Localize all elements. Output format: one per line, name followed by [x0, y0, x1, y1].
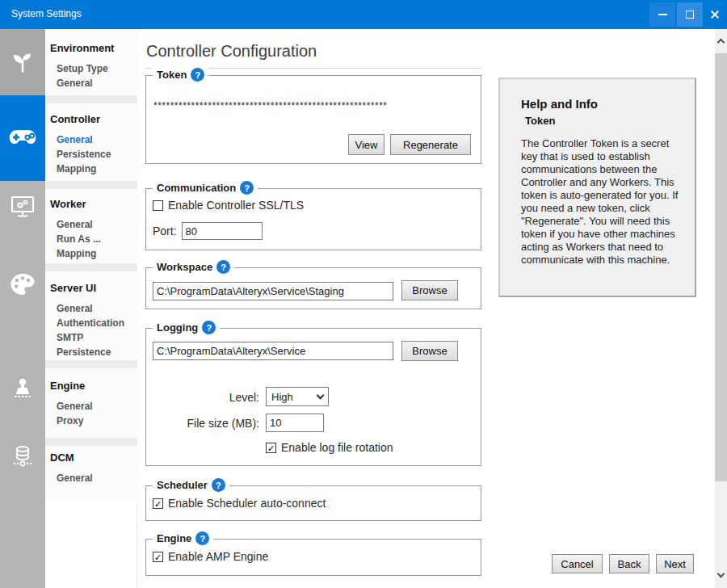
sidebar-item-controller-mapping[interactable]: Mapping	[57, 162, 137, 176]
cancel-button[interactable]: Cancel	[552, 554, 603, 573]
sidebar-item-server-ui-general[interactable]: General	[57, 301, 137, 316]
sidebar-item-worker-mapping[interactable]: Mapping	[57, 246, 137, 261]
communication-legend-label: Communication	[157, 182, 236, 194]
file-size-input[interactable]	[266, 414, 324, 432]
sidebar-section-dcm: DCM General	[45, 446, 137, 502]
sidebar-item-worker-general[interactable]: General	[57, 217, 137, 232]
logging-group: Logging ? Browse Level: High File size (…	[145, 328, 481, 466]
ssl-checkbox-row: Enable Controller SSL/TLS	[153, 199, 304, 212]
port-input[interactable]	[182, 222, 263, 240]
level-select[interactable]: High	[266, 387, 329, 406]
amp-engine-label: Enable AMP Engine	[168, 550, 268, 563]
ssl-checkbox-label: Enable Controller SSL/TLS	[168, 199, 304, 212]
sidebar-header-worker[interactable]: Worker	[50, 198, 137, 210]
logging-path-input[interactable]	[153, 342, 393, 360]
scheduler-legend: Scheduler ?	[153, 478, 229, 492]
rail-tile-server-ui[interactable]	[0, 268, 45, 300]
workspace-group: Workspace ? Browse	[145, 267, 481, 309]
rail-tile-engine[interactable]	[0, 372, 45, 404]
sidebar-header-controller[interactable]: Controller	[50, 113, 137, 125]
chevron-down-icon	[317, 392, 325, 400]
question-mark-icon[interactable]: ?	[240, 181, 254, 195]
token-legend-label: Token	[157, 69, 187, 81]
locomotive-icon	[11, 376, 35, 400]
sidebar-gap	[45, 181, 137, 189]
minimize-icon	[658, 14, 667, 15]
sidebar-item-server-ui-persistence[interactable]: Persistence	[57, 345, 137, 359]
help-title: Help and Info	[521, 97, 695, 111]
sidebar-item-controller-persistence[interactable]: Persistence	[57, 147, 137, 162]
sidebar-item-engine-proxy[interactable]: Proxy	[57, 414, 137, 428]
log-rotation-label: Enable log file rotation	[281, 441, 393, 454]
rail-tile-controller[interactable]	[0, 95, 45, 181]
rail-tile-dcm[interactable]	[0, 441, 45, 473]
question-mark-icon[interactable]: ?	[195, 531, 209, 545]
sidebar-gap	[45, 95, 137, 103]
back-button[interactable]: Back	[609, 554, 649, 573]
window-title: System Settings	[11, 8, 82, 19]
engine-group: Engine ? ✓ Enable AMP Engine	[145, 539, 481, 576]
help-body: The Controller Token is a secret key tha…	[521, 137, 683, 267]
monitor-gears-icon	[10, 195, 36, 219]
sidebar-section-worker: Worker General Run As ... Mapping	[45, 189, 137, 271]
sidebar-gap	[45, 360, 137, 368]
log-rotation-row: ✓ Enable log file rotation	[266, 441, 393, 454]
database-network-icon	[10, 444, 36, 470]
page-title: Controller Configuration	[146, 42, 317, 61]
next-button[interactable]: Next	[656, 554, 694, 573]
engine-legend: Engine ?	[153, 531, 213, 545]
scrollbar-thumb[interactable]	[715, 53, 727, 481]
workspace-legend-label: Workspace	[157, 261, 212, 273]
close-icon	[710, 10, 720, 19]
port-label: Port:	[153, 225, 177, 237]
gamepad-icon	[9, 129, 36, 147]
logging-browse-button[interactable]: Browse	[401, 341, 458, 361]
log-rotation-checkbox[interactable]: ✓	[266, 443, 276, 453]
communication-group: Communication ? Enable Controller SSL/TL…	[145, 188, 481, 250]
sidebar-item-server-ui-smtp[interactable]: SMTP	[57, 330, 137, 345]
question-mark-icon[interactable]: ?	[216, 260, 230, 274]
sidebar-section-environment: Environment Setup Type General	[45, 29, 137, 95]
port-row: Port:	[153, 222, 263, 240]
view-button[interactable]: View	[348, 134, 385, 155]
scroll-up-button[interactable]	[715, 34, 727, 47]
maximize-button[interactable]	[677, 2, 703, 27]
rail-tile-worker[interactable]	[0, 191, 45, 223]
sidebar-item-environment-general[interactable]: General	[57, 76, 137, 90]
sidebar-item-engine-general[interactable]: General	[57, 399, 137, 414]
sidebar-header-engine[interactable]: Engine	[50, 380, 137, 392]
question-mark-icon[interactable]: ?	[212, 478, 225, 492]
sidebar-header-environment[interactable]: Environment	[50, 42, 137, 54]
scheduler-auto-checkbox[interactable]: ✓	[153, 498, 163, 509]
maximize-icon	[686, 10, 694, 19]
vertical-scrollbar[interactable]	[715, 29, 727, 588]
logging-legend-label: Logging	[157, 321, 198, 334]
scroll-down-button[interactable]	[715, 569, 727, 582]
question-mark-icon[interactable]: ?	[191, 68, 204, 82]
title-bar: System Settings	[0, 0, 727, 29]
sidebar-item-server-ui-authentication[interactable]: Authentication	[57, 316, 137, 330]
sprout-icon	[11, 50, 35, 74]
token-masked-value: ****************************************…	[153, 100, 388, 111]
chevron-up-icon	[717, 38, 725, 46]
close-button[interactable]	[703, 2, 727, 27]
minimize-button[interactable]	[649, 2, 675, 27]
rail-tile-environment[interactable]	[0, 29, 45, 95]
sidebar-item-controller-general[interactable]: General	[57, 132, 137, 147]
sidebar-item-environment-setup-type[interactable]: Setup Type	[57, 61, 137, 76]
sidebar-header-server-ui[interactable]: Server UI	[50, 282, 137, 294]
amp-engine-checkbox[interactable]: ✓	[153, 552, 163, 562]
help-subtitle: Token	[525, 115, 695, 127]
engine-legend-label: Engine	[157, 532, 191, 544]
question-mark-icon[interactable]: ?	[202, 321, 216, 334]
regenerate-button[interactable]: Regenerate	[390, 134, 471, 155]
sidebar-item-dcm-general[interactable]: General	[57, 471, 137, 485]
workspace-browse-button[interactable]: Browse	[401, 280, 458, 300]
workspace-legend: Workspace ?	[153, 260, 234, 274]
sidebar-gap	[45, 263, 137, 271]
workspace-path-input[interactable]	[153, 282, 393, 300]
sidebar-header-dcm[interactable]: DCM	[50, 452, 137, 464]
sidebar-item-worker-run-as[interactable]: Run As ...	[57, 232, 137, 246]
ssl-checkbox[interactable]	[153, 200, 163, 211]
sidebar-gap	[45, 438, 137, 446]
